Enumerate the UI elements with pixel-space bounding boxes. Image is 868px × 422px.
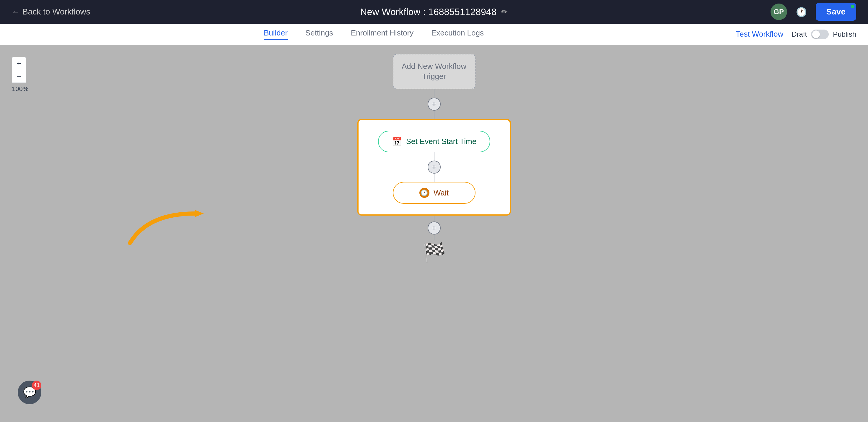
arrow-annotation bbox=[112, 190, 224, 255]
workflow-content: Add New Workflow Trigger + 📅 Set Event S… bbox=[358, 54, 511, 264]
avatar[interactable]: GP bbox=[771, 4, 787, 20]
toggle-knob bbox=[812, 30, 820, 38]
back-to-workflows-link[interactable]: ← Back to Workflows bbox=[12, 7, 90, 17]
edit-icon[interactable]: ✏ bbox=[501, 7, 508, 17]
tab-enrollment-history[interactable]: Enrollment History bbox=[351, 28, 413, 40]
svg-marker-0 bbox=[195, 210, 204, 217]
tab-execution-logs[interactable]: Execution Logs bbox=[431, 28, 484, 40]
zoom-level: 100% bbox=[12, 85, 28, 93]
add-step-button-1[interactable]: + bbox=[428, 97, 441, 111]
connector-line-2 bbox=[434, 111, 434, 119]
draft-label: Draft bbox=[792, 30, 807, 38]
chat-badge: 41 bbox=[32, 381, 41, 390]
sub-nav-right: Test Workflow Draft Publish bbox=[736, 30, 856, 39]
top-bar: ← Back to Workflows New Workflow : 16885… bbox=[0, 0, 868, 24]
workflow-title-text: New Workflow : 1688551128948 bbox=[360, 6, 497, 18]
add-step-button-3[interactable]: + bbox=[428, 222, 441, 234]
trigger-box[interactable]: Add New Workflow Trigger bbox=[393, 54, 475, 89]
publish-toggle[interactable] bbox=[811, 30, 829, 39]
finish-flag: 🏁 bbox=[422, 242, 446, 264]
highlight-box: 📅 Set Event Start Time + 🕐 Wait bbox=[358, 119, 511, 216]
history-icon[interactable]: 🕐 bbox=[796, 7, 807, 17]
workflow-title: New Workflow : 1688551128948 ✏ bbox=[360, 6, 508, 18]
zoom-out-button[interactable]: − bbox=[12, 70, 26, 83]
set-event-start-time-node[interactable]: 📅 Set Event Start Time bbox=[378, 131, 490, 152]
save-button[interactable]: Save bbox=[816, 3, 856, 21]
connector-line-4 bbox=[434, 234, 434, 241]
sub-nav: Builder Settings Enrollment History Exec… bbox=[0, 24, 868, 45]
set-event-label: Set Event Start Time bbox=[406, 137, 476, 146]
trigger-label: Add New Workflow Trigger bbox=[393, 61, 475, 82]
workflow-canvas: + − 100% Add New Workflow Trigger + 📅 Se… bbox=[0, 45, 868, 422]
connector-line-3 bbox=[434, 216, 434, 222]
add-step-button-2[interactable]: + bbox=[428, 161, 441, 174]
tab-builder[interactable]: Builder bbox=[264, 28, 288, 40]
draft-publish-control: Draft Publish bbox=[792, 30, 856, 39]
tab-settings[interactable]: Settings bbox=[305, 28, 333, 40]
test-workflow-button[interactable]: Test Workflow bbox=[736, 30, 783, 39]
back-arrow-icon: ← bbox=[12, 7, 20, 17]
chat-widget[interactable]: 💬 41 bbox=[18, 381, 41, 404]
publish-label: Publish bbox=[833, 30, 856, 38]
calendar-icon: 📅 bbox=[392, 137, 402, 146]
top-right-controls: GP 🕐 Save bbox=[771, 3, 856, 21]
clock-icon: 🕐 bbox=[420, 188, 429, 198]
connector-line-1 bbox=[434, 89, 434, 97]
wait-node[interactable]: 🕐 Wait bbox=[393, 182, 475, 204]
wait-label: Wait bbox=[434, 188, 448, 198]
zoom-controls: + − 100% bbox=[12, 57, 28, 93]
zoom-in-button[interactable]: + bbox=[12, 57, 26, 70]
connector-inner-2 bbox=[434, 174, 434, 182]
sub-nav-tabs: Builder Settings Enrollment History Exec… bbox=[12, 28, 736, 40]
connector-inner-1 bbox=[434, 152, 434, 161]
back-label: Back to Workflows bbox=[23, 7, 90, 17]
